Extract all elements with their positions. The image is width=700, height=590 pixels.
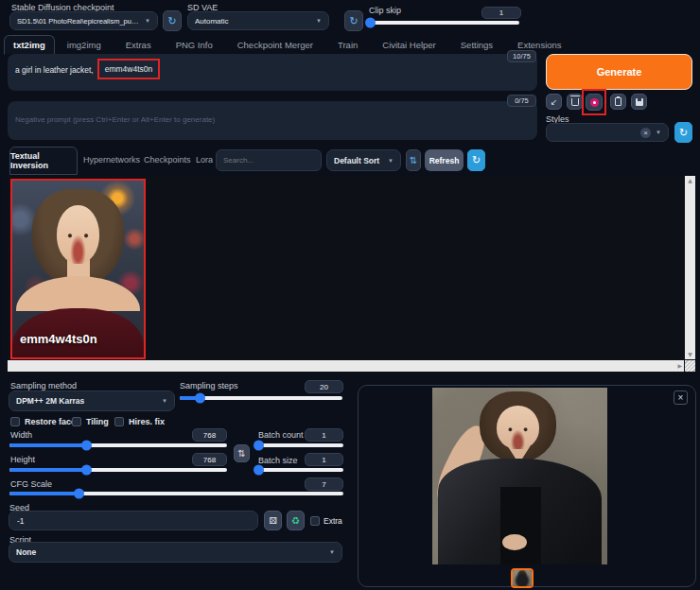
vae-refresh-button[interactable]: ↻ [344, 10, 363, 31]
vae-dropdown[interactable]: Automatic ▼ [187, 11, 329, 30]
tab-img2img[interactable]: img2img [55, 36, 114, 54]
batch-size-label: Batch size [258, 456, 298, 465]
gallery-thumbnail-selected[interactable] [511, 568, 534, 588]
batch-size-slider[interactable] [257, 468, 343, 472]
vertical-scrollbar[interactable]: ▲ ▼ [685, 176, 695, 359]
random-seed-button[interactable]: ⚄ [264, 511, 282, 530]
extra-networks-search-input[interactable] [216, 149, 322, 171]
batch-size-value[interactable]: 1 [305, 453, 343, 466]
styles-dropdown[interactable]: × ▼ [546, 123, 669, 142]
portrait-face [497, 406, 538, 450]
chevron-down-icon: ▼ [162, 398, 167, 404]
swap-dimensions-button[interactable]: ⇅ [234, 444, 250, 462]
clip-skip-slider[interactable] [369, 21, 519, 25]
chevron-down-icon: ▼ [329, 549, 335, 555]
clear-styles-icon[interactable]: × [640, 128, 651, 138]
card-preview-image[interactable] [12, 181, 144, 357]
portrait-face [57, 205, 98, 264]
paste-params-button[interactable]: ↙ [546, 94, 562, 110]
styles-refresh-button[interactable]: ↻ [674, 122, 692, 143]
tab-civitai-helper[interactable]: Civitai Helper [370, 36, 448, 54]
negative-prompt-textarea[interactable]: Negative prompt (press Ctrl+Enter or Alt… [8, 101, 537, 140]
refresh-loop-button[interactable]: ↻ [467, 149, 485, 171]
apply-style-button[interactable] [610, 94, 626, 110]
en-tab-textual-inversion[interactable]: Textual Inversion [9, 147, 78, 175]
height-slider[interactable] [9, 468, 227, 472]
script-dropdown[interactable]: None ▼ [9, 542, 342, 563]
reuse-seed-button[interactable]: ♻ [287, 511, 305, 530]
restore-faces-checkbox[interactable] [10, 417, 20, 426]
generated-image[interactable] [432, 388, 607, 564]
clear-prompt-button[interactable] [567, 94, 583, 110]
sort-arrows-icon: ⇅ [410, 155, 417, 165]
chevron-down-icon: ▼ [316, 18, 322, 24]
checkpoint-dropdown[interactable]: SD1.5\01 PhotoReal\epicrealism_pureEvolu… [9, 11, 158, 30]
sd-webui-app: Stable Diffusion checkpoint SD1.5\01 Pho… [0, 0, 700, 590]
prompt-textarea[interactable]: a girl in leather jacket, emm4w4ts0n [8, 54, 537, 91]
height-value[interactable]: 768 [192, 453, 227, 466]
portrait-hand [502, 534, 527, 550]
chevron-down-icon: ▼ [656, 130, 661, 135]
chevron-down-icon: ▼ [145, 18, 150, 24]
prompt-token-highlight: emm4w4ts0n [97, 59, 161, 79]
close-preview-button[interactable]: × [674, 390, 688, 405]
dice-icon: ⚄ [269, 515, 277, 526]
extra-seed-label: Extra [324, 516, 342, 526]
resize-grip[interactable] [685, 360, 695, 372]
en-tab-hypernetworks[interactable]: Hypernetworks [83, 155, 140, 165]
prompt-text: a girl in leather jacket, [15, 59, 94, 75]
card-name-label: emm4w4ts0n [20, 332, 97, 346]
width-slider[interactable] [9, 443, 227, 447]
scroll-up-icon[interactable]: ▲ [685, 176, 695, 183]
scroll-down-icon[interactable]: ▼ [685, 352, 695, 357]
en-tab-checkpoints[interactable]: Checkpoints [144, 155, 191, 165]
main-tab-bar: txt2img img2img Extras PNG Info Checkpoi… [4, 35, 574, 55]
vae-value: Automatic [195, 17, 311, 26]
portrait-tee [500, 487, 541, 564]
generate-button[interactable]: Generate [546, 54, 692, 90]
refresh-icon: ↻ [349, 15, 358, 27]
sampling-method-value: DPM++ 2M Karras [16, 396, 157, 406]
show-extra-networks-button[interactable] [586, 94, 603, 111]
trash-icon [571, 98, 579, 106]
hires-fix-label: Hires. fix [129, 417, 165, 426]
cfg-scale-slider[interactable] [9, 492, 343, 495]
sampling-steps-slider[interactable] [180, 396, 342, 400]
extra-seed-checkbox[interactable] [310, 516, 320, 526]
textual-inversion-card[interactable]: emm4w4ts0n [12, 181, 144, 357]
prompt-token-counter: 10/75 [507, 50, 536, 62]
sort-order-button[interactable]: ⇅ [406, 149, 421, 171]
tab-png-info[interactable]: PNG Info [164, 36, 225, 54]
hires-fix-checkbox[interactable] [114, 417, 124, 426]
portrait-shoulders [16, 276, 140, 311]
scroll-right-icon[interactable]: ▶ [677, 363, 682, 369]
batch-count-slider[interactable] [257, 443, 343, 447]
tiling-checkbox[interactable] [72, 417, 81, 426]
width-label: Width [10, 430, 32, 440]
clip-skip-value[interactable]: 1 [481, 7, 521, 19]
extra-networks-refresh-button[interactable]: Refresh [425, 149, 464, 171]
tab-extras[interactable]: Extras [114, 36, 164, 54]
sampling-steps-value[interactable]: 20 [305, 380, 343, 393]
clip-skip-label: Clip skip [369, 6, 401, 15]
recycle-icon: ♻ [291, 515, 300, 526]
save-style-button[interactable] [631, 94, 647, 110]
tab-settings[interactable]: Settings [448, 36, 505, 54]
chevron-down-icon: ▼ [388, 158, 394, 164]
batch-count-value[interactable]: 1 [305, 428, 343, 442]
sort-dropdown[interactable]: Default Sort ▼ [326, 149, 401, 171]
en-tab-lora[interactable]: Lora [196, 155, 213, 165]
checkpoint-refresh-button[interactable]: ↻ [163, 10, 182, 31]
horizontal-scrollbar[interactable]: ▶ [8, 360, 684, 372]
refresh-icon: ↻ [472, 154, 481, 166]
flower-card-icon [590, 98, 599, 107]
sampling-method-dropdown[interactable]: DPM++ 2M Karras ▼ [9, 390, 175, 411]
cfg-scale-value[interactable]: 7 [305, 477, 343, 491]
tab-checkpoint-merger[interactable]: Checkpoint Merger [225, 36, 325, 54]
tab-train[interactable]: Train [325, 36, 370, 54]
seed-input[interactable] [9, 511, 258, 530]
negative-token-counter: 0/75 [507, 95, 536, 107]
width-value[interactable]: 768 [192, 428, 227, 442]
tab-txt2img[interactable]: txt2img [4, 35, 55, 55]
floppy-save-icon [636, 98, 643, 106]
